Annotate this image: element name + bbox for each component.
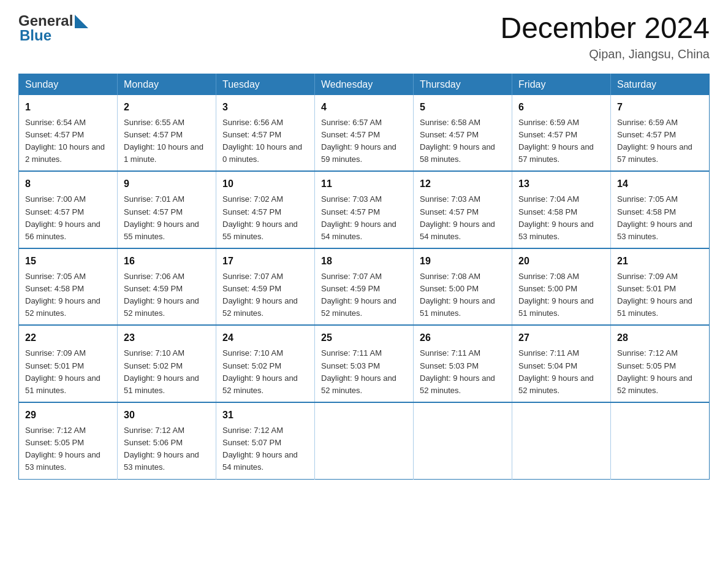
calendar-cell: 12 Sunrise: 7:03 AMSunset: 4:57 PMDaylig… [414,171,512,248]
calendar-cell [611,402,710,479]
calendar-table: Sunday Monday Tuesday Wednesday Thursday… [18,74,710,480]
calendar-cell: 6 Sunrise: 6:59 AMSunset: 4:57 PMDayligh… [512,95,611,172]
calendar-cell: 28 Sunrise: 7:12 AMSunset: 5:05 PMDaylig… [611,325,710,402]
day-info: Sunrise: 6:56 AMSunset: 4:57 PMDaylight:… [222,118,302,164]
day-number: 31 [222,408,308,423]
location: Qipan, Jiangsu, China [500,47,710,61]
calendar-cell: 8 Sunrise: 7:00 AMSunset: 4:57 PMDayligh… [19,171,118,248]
calendar-cell: 20 Sunrise: 7:08 AMSunset: 5:00 PMDaylig… [512,248,611,326]
day-number: 4 [321,100,407,115]
day-info: Sunrise: 7:11 AMSunset: 5:04 PMDaylight:… [518,348,594,394]
day-number: 14 [617,177,703,191]
day-number: 16 [124,254,210,269]
day-number: 22 [25,331,111,345]
calendar-week-row: 15 Sunrise: 7:05 AMSunset: 4:58 PMDaylig… [19,248,710,326]
calendar-cell: 17 Sunrise: 7:07 AMSunset: 4:59 PMDaylig… [216,248,315,326]
logo-blue-text: Blue [20,27,51,44]
day-number: 7 [617,100,703,115]
calendar-cell: 13 Sunrise: 7:04 AMSunset: 4:58 PMDaylig… [512,171,611,248]
day-number: 9 [124,177,210,191]
calendar-week-row: 22 Sunrise: 7:09 AMSunset: 5:01 PMDaylig… [19,325,710,402]
day-info: Sunrise: 6:55 AMSunset: 4:57 PMDaylight:… [124,118,203,164]
calendar-cell: 1 Sunrise: 6:54 AMSunset: 4:57 PMDayligh… [19,95,118,172]
day-number: 27 [518,331,604,345]
calendar-cell: 4 Sunrise: 6:57 AMSunset: 4:57 PMDayligh… [315,95,414,172]
day-info: Sunrise: 6:58 AMSunset: 4:57 PMDaylight:… [420,118,495,164]
day-info: Sunrise: 7:05 AMSunset: 4:58 PMDaylight:… [25,272,100,318]
calendar-cell: 7 Sunrise: 6:59 AMSunset: 4:57 PMDayligh… [611,95,710,172]
calendar-cell: 11 Sunrise: 7:03 AMSunset: 4:57 PMDaylig… [315,171,414,248]
day-number: 13 [518,177,604,191]
title-section: December 2024 Qipan, Jiangsu, China [500,12,710,61]
day-info: Sunrise: 7:07 AMSunset: 4:59 PMDaylight:… [321,272,396,318]
calendar-cell [315,402,414,479]
day-number: 21 [617,254,703,269]
page-header: General Blue December 2024 Qipan, Jiangs… [18,12,710,61]
calendar-cell: 19 Sunrise: 7:08 AMSunset: 5:00 PMDaylig… [414,248,512,326]
day-info: Sunrise: 7:12 AMSunset: 5:07 PMDaylight:… [222,426,298,472]
day-info: Sunrise: 7:12 AMSunset: 5:05 PMDaylight:… [25,426,100,472]
calendar-cell: 3 Sunrise: 6:56 AMSunset: 4:57 PMDayligh… [216,95,315,172]
day-number: 2 [124,100,210,115]
col-friday: Friday [512,74,611,95]
col-monday: Monday [118,74,216,95]
day-info: Sunrise: 7:02 AMSunset: 4:57 PMDaylight:… [222,194,298,240]
day-info: Sunrise: 7:10 AMSunset: 5:02 PMDaylight:… [222,348,298,394]
day-info: Sunrise: 7:09 AMSunset: 5:01 PMDaylight:… [617,272,692,318]
day-info: Sunrise: 6:54 AMSunset: 4:57 PMDaylight:… [25,118,105,164]
calendar-cell [414,402,512,479]
day-info: Sunrise: 7:08 AMSunset: 5:00 PMDaylight:… [518,272,594,318]
day-info: Sunrise: 7:10 AMSunset: 5:02 PMDaylight:… [124,348,199,394]
day-number: 1 [25,100,111,115]
calendar-week-row: 1 Sunrise: 6:54 AMSunset: 4:57 PMDayligh… [19,95,710,172]
day-number: 24 [222,331,308,345]
day-number: 28 [617,331,703,345]
calendar-cell: 26 Sunrise: 7:11 AMSunset: 5:03 PMDaylig… [414,325,512,402]
calendar-week-row: 29 Sunrise: 7:12 AMSunset: 5:05 PMDaylig… [19,402,710,479]
day-number: 17 [222,254,308,269]
col-tuesday: Tuesday [216,74,315,95]
day-number: 30 [124,408,210,423]
day-info: Sunrise: 7:07 AMSunset: 4:59 PMDaylight:… [222,272,298,318]
day-info: Sunrise: 7:12 AMSunset: 5:05 PMDaylight:… [617,348,692,394]
day-info: Sunrise: 6:59 AMSunset: 4:57 PMDaylight:… [518,118,594,164]
day-number: 20 [518,254,604,269]
col-saturday: Saturday [611,74,710,95]
calendar-cell: 14 Sunrise: 7:05 AMSunset: 4:58 PMDaylig… [611,171,710,248]
logo: General Blue [18,12,88,44]
day-number: 15 [25,254,111,269]
calendar-cell: 9 Sunrise: 7:01 AMSunset: 4:57 PMDayligh… [118,171,216,248]
month-title: December 2024 [500,12,710,45]
calendar-cell: 25 Sunrise: 7:11 AMSunset: 5:03 PMDaylig… [315,325,414,402]
calendar-header-row: Sunday Monday Tuesday Wednesday Thursday… [19,74,710,95]
calendar-cell: 18 Sunrise: 7:07 AMSunset: 4:59 PMDaylig… [315,248,414,326]
day-info: Sunrise: 6:59 AMSunset: 4:57 PMDaylight:… [617,118,692,164]
day-number: 25 [321,331,407,345]
day-info: Sunrise: 7:03 AMSunset: 4:57 PMDaylight:… [420,194,495,240]
calendar-cell: 2 Sunrise: 6:55 AMSunset: 4:57 PMDayligh… [118,95,216,172]
svg-marker-0 [75,15,88,28]
calendar-cell: 5 Sunrise: 6:58 AMSunset: 4:57 PMDayligh… [414,95,512,172]
day-number: 5 [420,100,506,115]
day-info: Sunrise: 7:04 AMSunset: 4:58 PMDaylight:… [518,194,594,240]
day-number: 10 [222,177,308,191]
calendar-cell: 24 Sunrise: 7:10 AMSunset: 5:02 PMDaylig… [216,325,315,402]
day-number: 3 [222,100,308,115]
logo-icon [75,15,88,28]
day-number: 18 [321,254,407,269]
day-info: Sunrise: 7:11 AMSunset: 5:03 PMDaylight:… [420,348,495,394]
calendar-cell: 31 Sunrise: 7:12 AMSunset: 5:07 PMDaylig… [216,402,315,479]
col-sunday: Sunday [19,74,118,95]
calendar-cell: 29 Sunrise: 7:12 AMSunset: 5:05 PMDaylig… [19,402,118,479]
calendar-cell: 27 Sunrise: 7:11 AMSunset: 5:04 PMDaylig… [512,325,611,402]
calendar-cell: 10 Sunrise: 7:02 AMSunset: 4:57 PMDaylig… [216,171,315,248]
day-number: 8 [25,177,111,191]
day-info: Sunrise: 7:05 AMSunset: 4:58 PMDaylight:… [617,194,692,240]
day-info: Sunrise: 6:57 AMSunset: 4:57 PMDaylight:… [321,118,396,164]
day-info: Sunrise: 7:11 AMSunset: 5:03 PMDaylight:… [321,348,396,394]
day-number: 6 [518,100,604,115]
day-number: 26 [420,331,506,345]
day-info: Sunrise: 7:06 AMSunset: 4:59 PMDaylight:… [124,272,199,318]
calendar-cell [512,402,611,479]
day-info: Sunrise: 7:01 AMSunset: 4:57 PMDaylight:… [124,194,199,240]
